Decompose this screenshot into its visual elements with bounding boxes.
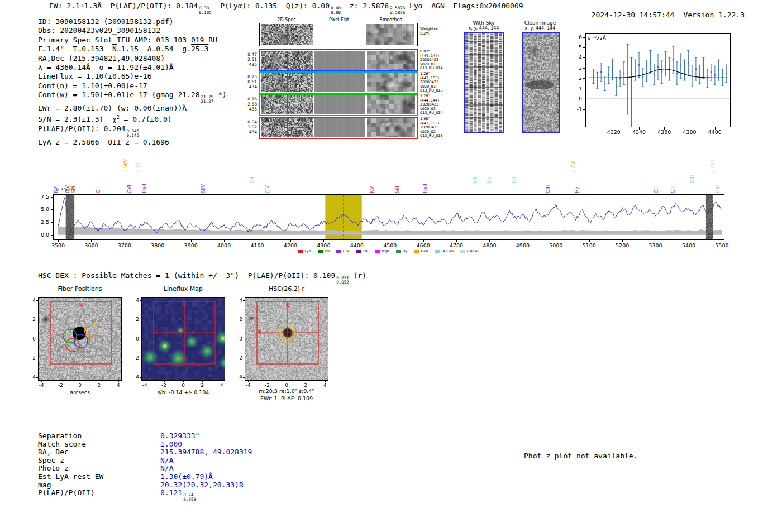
match-value: 0.1210.240.059 — [160, 488, 196, 502]
spectrum-plot — [54, 195, 724, 239]
fraction-bottom: 0.00 — [331, 11, 341, 15]
legend-item: (K)CaII — [435, 249, 454, 253]
text-segment: ID: 3090158132 (3090158132.pdf) — [38, 17, 174, 26]
y-tick-label: -2 — [23, 355, 36, 361]
y-tick-mark — [36, 358, 38, 358]
spec2d-row-annotation: 1.98"(443, 153)20200423v029_02013_RU_015 — [420, 117, 443, 138]
pixel-flat-image — [314, 51, 365, 70]
smoothed-image — [367, 51, 415, 70]
y-tick-mark — [583, 99, 585, 99]
info-line: λ = 4360.14Å σ = 11.92(±4.01)Å — [38, 63, 227, 72]
y-tick-mark — [140, 377, 141, 378]
y-tick-label: 4 — [565, 54, 582, 60]
emission-line-label: } OII — [136, 161, 141, 172]
linefit-ylabel: e⁻¹⁷x2Å — [588, 35, 606, 41]
text-segment: EW: 2.1±1.3Å P(LAE)/P(OII): 0.184 — [49, 2, 198, 10]
x-tick-label: 0 — [282, 382, 292, 388]
elixer-report-page: EW: 2.1±1.3Å P(LAE)/P(OII): 0.1840.330.1… — [0, 0, 782, 532]
x-tick-label: 0 — [75, 382, 85, 388]
hsc-caption-1: m:20.3 re:1.0" s:0.4" — [245, 388, 328, 394]
legend-swatch — [414, 250, 419, 253]
weighted-label-line2: Sum — [420, 31, 438, 36]
legend-swatch — [375, 250, 380, 253]
legend-item: Lyα — [298, 249, 311, 253]
y-tick-label: 6 — [565, 34, 582, 40]
fraction-bottom: 0.105 — [199, 11, 212, 15]
x-tick-label: 4900 — [514, 242, 532, 248]
clean-image-coords: x, y: 444, 144 — [507, 26, 574, 31]
stat-value: 0.16 — [237, 97, 257, 102]
text-segment: λ = 4360.14Å σ = 11.92(±4.01)Å — [38, 63, 174, 71]
weighted-2dspec-image — [261, 24, 313, 45]
stat-value: 2.51 — [237, 57, 257, 62]
weighted-smoothed-image — [366, 24, 414, 45]
stat-value: 2.68 — [237, 102, 257, 107]
fraction-segment: 0.3450.145 — [127, 129, 140, 138]
smoothed-image — [367, 73, 415, 92]
emission-line-label: HeII — [422, 184, 428, 193]
text-segment: F=1.4" T=0.153 — [38, 45, 112, 53]
fraction-bottom: 0.059 — [183, 497, 196, 502]
hsc-caption-2: EWr: 1. PLAE: 0.109 — [245, 395, 328, 401]
x-tick-label: 2 — [301, 382, 311, 388]
x-tick-label: 3800 — [149, 242, 166, 248]
x-tick-label: 4320 — [605, 129, 623, 135]
text-segment: Cont(w) = 1.50(±0.01)e-17 (gmag 21.28 — [38, 90, 200, 99]
weighted-sum-label: Weighted Sum — [420, 27, 438, 36]
spec2d-row — [259, 49, 418, 71]
legend-swatch — [336, 250, 341, 253]
phot-z-note: Phot z plot not available. — [524, 452, 638, 461]
text-segment: = 0.7(±0.0) — [120, 115, 172, 123]
x-tick-label: 4 — [113, 382, 123, 388]
y-tick-label: -1 — [565, 106, 582, 112]
text-segment: P(LAE)/P(OII): 0.204 — [38, 124, 126, 133]
x-tick-label: 4600 — [414, 242, 432, 248]
info-line: RA,Dec (215.394821,49.028408) — [38, 54, 227, 63]
y-tick-label: 4 — [230, 298, 242, 303]
smoothed-image — [367, 95, 415, 114]
x-tick-label: 5200 — [613, 242, 631, 248]
stat-value: 1.02 — [237, 124, 257, 130]
y-tick-label: 2 — [126, 317, 139, 322]
y-tick-label: -4 — [230, 374, 242, 380]
text-segment: (r) — [349, 271, 366, 280]
fiber-xlabel: arcsecs — [38, 389, 122, 395]
fiber-positions-title: Fiber Positions — [38, 285, 122, 293]
legend-swatch — [396, 250, 401, 253]
spectrum-legend: LyαOIICIVCIIIMgIIHγHeII(K)CaII(H)CaII — [53, 249, 724, 253]
text-segment: Lyα AGN Flags:0x20400009 — [405, 2, 523, 10]
header-summary-line: EW: 2.1±1.3Å P(LAE)/P(OII): 0.1840.330.1… — [49, 2, 523, 15]
x-tick-label: 4 — [217, 382, 227, 388]
y-tick-label: 2.5 — [31, 219, 49, 225]
legend-swatch — [318, 250, 323, 253]
emission-line-label: OIII — [545, 185, 551, 193]
emission-line-label: OVI — [127, 185, 132, 193]
spec2d-row-stats: 0.472.51435 — [237, 52, 257, 67]
emission-line-label: Hδ — [473, 176, 478, 183]
y-tick-mark — [583, 37, 585, 38]
spec2d-image — [261, 95, 313, 114]
y-tick-label: 5.0 — [31, 206, 49, 212]
y-tick-mark — [51, 197, 53, 198]
spec2d-image — [261, 118, 313, 137]
x-tick-label: 3700 — [116, 242, 133, 248]
x-tick-label: 4800 — [480, 242, 498, 248]
legend-item: HeII — [414, 249, 428, 253]
text-segment: LineFlux = 1.10(±0.65)e-16 — [38, 72, 152, 80]
x-tick-label: 3600 — [82, 242, 100, 248]
annotation-line: 013_RU_015 — [420, 89, 443, 93]
legend-item: CIII — [356, 249, 368, 253]
legend-swatch — [298, 250, 303, 253]
weighted-label-line1: Weighted — [420, 27, 438, 31]
emission-line-label: SiIV — [201, 184, 206, 193]
y-tick-label: 2 — [565, 75, 582, 81]
emission-line-label: CII — [96, 187, 101, 193]
y-tick-mark — [51, 235, 53, 236]
legend-label: (H)CaII — [467, 249, 479, 253]
x-tick-label: 4360 — [655, 129, 673, 135]
x-tick-label: 4300 — [314, 242, 332, 248]
spec2d-row-annotation: 1.26"(443, 153)20200423v029_03013_RU_015 — [420, 72, 443, 93]
x-tick-label: -4 — [36, 382, 46, 388]
emission-line-label: OII — [250, 176, 255, 183]
with-sky-image — [465, 33, 503, 132]
